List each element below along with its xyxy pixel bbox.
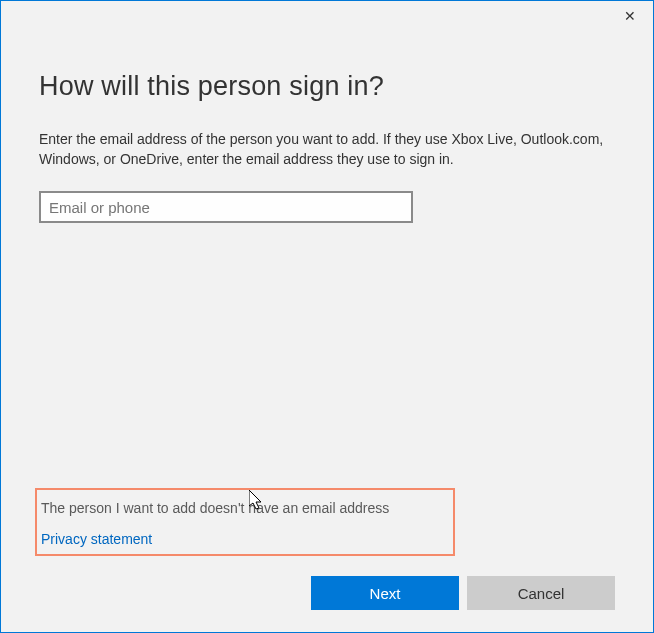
bottom-area: The person I want to add doesn't have an… bbox=[1, 488, 653, 632]
page-heading: How will this person sign in? bbox=[39, 71, 615, 102]
page-description: Enter the email address of the person yo… bbox=[39, 130, 615, 169]
dialog-content: How will this person sign in? Enter the … bbox=[1, 31, 653, 223]
highlight-annotation: The person I want to add doesn't have an… bbox=[35, 488, 455, 556]
button-row: Next Cancel bbox=[39, 576, 615, 610]
close-button[interactable]: ✕ bbox=[607, 1, 653, 31]
no-email-link[interactable]: The person I want to add doesn't have an… bbox=[41, 500, 449, 516]
privacy-statement-link[interactable]: Privacy statement bbox=[41, 531, 152, 547]
cancel-button[interactable]: Cancel bbox=[467, 576, 615, 610]
next-button[interactable]: Next bbox=[311, 576, 459, 610]
titlebar: ✕ bbox=[1, 1, 653, 31]
email-input[interactable] bbox=[39, 191, 413, 223]
close-icon: ✕ bbox=[624, 8, 636, 24]
dialog-window: ✕ How will this person sign in? Enter th… bbox=[0, 0, 654, 633]
